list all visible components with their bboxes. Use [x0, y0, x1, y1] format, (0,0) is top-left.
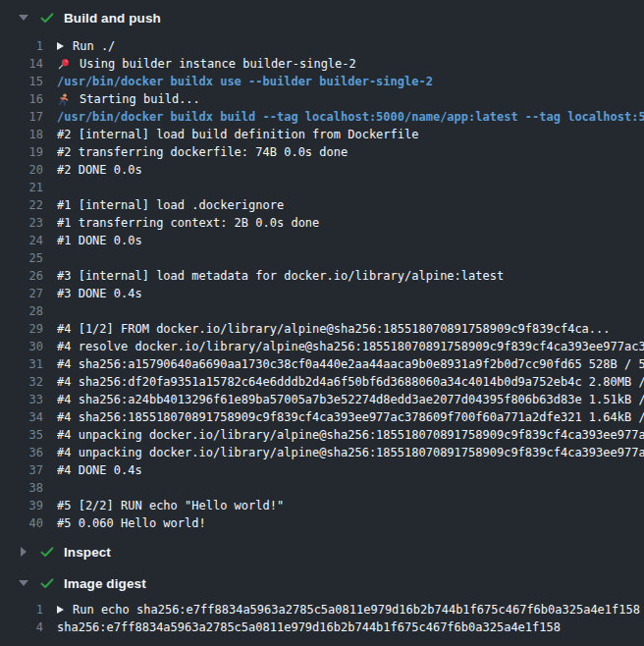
command-group-line[interactable]: Run ./: [57, 39, 644, 53]
log-line: 24#1 DONE 0.0s: [0, 232, 644, 249]
line-text: /usr/bin/docker buildx use --builder bui…: [57, 75, 433, 88]
line-number[interactable]: 31: [0, 357, 43, 371]
line-text: Using builder instance builder-single-2: [80, 57, 356, 71]
line-number[interactable]: 19: [0, 145, 43, 159]
line-number[interactable]: 34: [0, 410, 43, 424]
log-line: 21: [0, 179, 644, 196]
chevron-right-icon[interactable]: [18, 547, 29, 557]
line-number[interactable]: 15: [0, 75, 43, 88]
log-line: 31#4 sha256:a15790640a6690aa1730c38cf0a4…: [0, 355, 644, 373]
line-number[interactable]: 40: [0, 516, 43, 530]
line-content: #4 sha256:a15790640a6690aa1730c38cf0a440…: [57, 357, 644, 371]
line-number[interactable]: 35: [0, 428, 43, 442]
section-header-inspect[interactable]: Inspect: [0, 538, 644, 565]
line-content: #1 [internal] load .dockerignore: [57, 198, 644, 212]
line-number[interactable]: 4: [0, 620, 43, 634]
line-content: #5 0.060 Hello world!: [57, 516, 644, 530]
log-line: 1Run echo sha256:e7ff8834a5963a2785c5a08…: [0, 601, 644, 619]
log-line: 4sha256:e7ff8834a5963a2785c5a0811e979d16…: [0, 619, 644, 636]
line-number[interactable]: 33: [0, 393, 43, 406]
line-number[interactable]: 1: [0, 603, 43, 617]
log-line: 27#3 DONE 0.4s: [0, 285, 644, 302]
line-number[interactable]: 22: [0, 198, 43, 212]
line-number[interactable]: 20: [0, 163, 43, 177]
line-number[interactable]: 39: [0, 499, 43, 512]
line-text: #4 sha256:185518070891758909c9f839cf4ca3…: [57, 410, 644, 424]
section-header-image-digest[interactable]: Image digest: [0, 569, 644, 597]
line-content: #3 [internal] load metadata for docker.i…: [57, 269, 644, 283]
line-number[interactable]: 27: [0, 287, 43, 300]
run-expand-arrow-icon[interactable]: [57, 606, 64, 614]
line-content: #2 [internal] load build definition from…: [57, 128, 644, 141]
log-line: 28: [0, 302, 644, 320]
chevron-down-icon[interactable]: [18, 580, 29, 586]
line-number[interactable]: 23: [0, 216, 43, 230]
line-content: #4 resolve docker.io/library/alpine@sha2…: [57, 340, 644, 353]
line-content: #4 unpacking docker.io/library/alpine@sh…: [57, 446, 644, 459]
line-number[interactable]: 29: [0, 322, 43, 336]
line-text: #2 transferring dockerfile: 74B 0.0s don…: [57, 145, 348, 159]
status-check-icon: [39, 575, 55, 591]
line-text: #1 DONE 0.0s: [57, 234, 142, 247]
line-content: #1 DONE 0.0s: [57, 234, 644, 247]
line-number[interactable]: 36: [0, 446, 43, 459]
section-header-build-and-push[interactable]: Build and push: [0, 4, 644, 31]
log-line: 20#2 DONE 0.0s: [0, 161, 644, 179]
log-line: 39#5 [2/2] RUN echo "Hello world!": [0, 497, 644, 514]
line-text: /usr/bin/docker buildx build --tag local…: [57, 110, 644, 124]
line-number[interactable]: 38: [0, 481, 43, 495]
log-line: 40#5 0.060 Hello world!: [0, 514, 644, 532]
line-number[interactable]: 30: [0, 340, 43, 353]
line-number[interactable]: 17: [0, 110, 43, 124]
line-number[interactable]: 21: [0, 181, 43, 194]
line-text: #1 transferring context: 2B 0.0s done: [57, 216, 319, 230]
pushpin-icon: [57, 58, 70, 71]
line-text: #4 [1/2] FROM docker.io/library/alpine@s…: [57, 322, 611, 336]
line-content: #2 transferring dockerfile: 74B 0.0s don…: [57, 145, 644, 159]
line-text: #4 unpacking docker.io/library/alpine@sh…: [57, 446, 644, 459]
log-line: 34#4 sha256:185518070891758909c9f839cf4c…: [0, 408, 644, 426]
line-number[interactable]: 14: [0, 57, 43, 71]
chevron-down-icon[interactable]: [18, 15, 29, 21]
line-content: Using builder instance builder-single-2: [57, 57, 644, 71]
run-expand-arrow-icon[interactable]: [57, 42, 64, 50]
line-number[interactable]: 28: [0, 304, 43, 318]
line-number[interactable]: 25: [0, 251, 43, 265]
log-line: 26#3 [internal] load metadata for docker…: [0, 267, 644, 285]
line-text: #4 sha256:df20fa9351a15782c64e6dddb2d4a6…: [57, 375, 644, 389]
line-number[interactable]: 18: [0, 128, 43, 141]
line-number[interactable]: 24: [0, 234, 43, 247]
log-line: 23#1 transferring context: 2B 0.0s done: [0, 214, 644, 232]
line-text: #4 resolve docker.io/library/alpine@sha2…: [57, 340, 644, 353]
line-content: #4 [1/2] FROM docker.io/library/alpine@s…: [57, 322, 644, 336]
line-content: #4 sha256:185518070891758909c9f839cf4ca3…: [57, 410, 644, 424]
line-content: sha256:e7ff8834a5963a2785c5a0811e979d16b…: [57, 620, 644, 634]
line-text: Run echo sha256:e7ff8834a5963a2785c5a081…: [73, 603, 640, 617]
line-content: Starting build...: [57, 92, 644, 106]
log-section-inspect: Inspect: [0, 538, 644, 565]
line-content: /usr/bin/docker buildx use --builder bui…: [57, 75, 644, 88]
line-number[interactable]: 26: [0, 269, 43, 283]
line-number[interactable]: 1: [0, 39, 43, 53]
log-line: 25: [0, 249, 644, 267]
workflow-log-viewer: Build and push1Run ./14Using builder ins…: [0, 0, 644, 646]
log-line: 38: [0, 479, 644, 497]
line-number[interactable]: 32: [0, 375, 43, 389]
log-line: 19#2 transferring dockerfile: 74B 0.0s d…: [0, 143, 644, 161]
line-number[interactable]: 16: [0, 92, 43, 106]
log-line: 15/usr/bin/docker buildx use --builder b…: [0, 73, 644, 90]
line-text: #5 0.060 Hello world!: [57, 516, 206, 530]
line-content: #4 DONE 0.4s: [57, 463, 644, 477]
log-lines: 1Run ./14Using builder instance builder-…: [0, 37, 644, 532]
log-line: 1Run ./: [0, 37, 644, 55]
log-line: 32#4 sha256:df20fa9351a15782c64e6dddb2d4…: [0, 373, 644, 391]
log-line: 33#4 sha256:a24bb4013296f61e89ba57005a7b…: [0, 391, 644, 408]
line-text: #4 unpacking docker.io/library/alpine@sh…: [57, 428, 644, 442]
line-text: #2 DONE 0.0s: [57, 163, 142, 177]
line-text: #5 [2/2] RUN echo "Hello world!": [57, 499, 284, 512]
line-text: #4 DONE 0.4s: [57, 463, 142, 477]
log-section-image-digest: Image digest1Run echo sha256:e7ff8834a59…: [0, 569, 644, 636]
line-number[interactable]: 37: [0, 463, 43, 477]
line-text: Starting build...: [80, 92, 200, 106]
command-group-line[interactable]: Run echo sha256:e7ff8834a5963a2785c5a081…: [57, 603, 644, 617]
